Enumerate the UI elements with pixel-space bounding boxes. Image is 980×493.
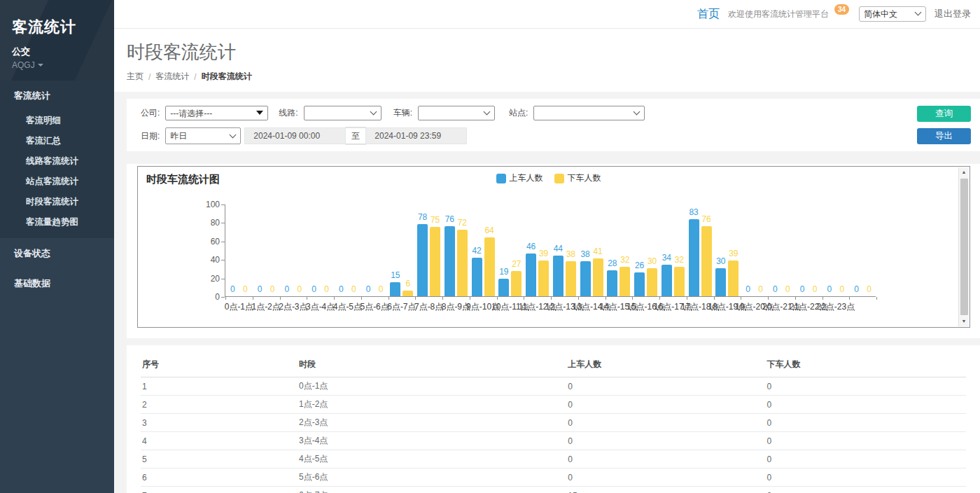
table-cell: 0 — [765, 432, 966, 450]
bar-boarding[interactable] — [417, 224, 428, 296]
chart-panel: 时段车流统计图 上车人数下车人数 020406080100000点-1点001点… — [127, 164, 980, 338]
bar-boarding[interactable] — [526, 254, 536, 296]
sidebar-subitem[interactable]: 时段客流统计 — [0, 192, 114, 212]
x-axis-tick — [606, 297, 606, 300]
table-cell: 6 — [141, 468, 298, 487]
bar-value-label: 76 — [701, 214, 710, 224]
bar-boarding[interactable] — [715, 268, 726, 296]
scrollbar-up-arrow[interactable]: ▲ — [962, 167, 967, 177]
breadcrumb-section[interactable]: 客流统计 — [155, 71, 189, 83]
bar-alighting[interactable] — [728, 261, 738, 296]
language-select[interactable]: 简体中文 — [859, 6, 926, 22]
legend-item[interactable]: 下车人数 — [554, 172, 601, 184]
x-axis-tick — [442, 297, 443, 300]
vehicle-select[interactable] — [418, 106, 495, 120]
bar-value-label: 0 — [339, 284, 344, 294]
table-cell: 0点-1点 — [298, 377, 566, 396]
bar-value-label: 0 — [230, 284, 235, 294]
chart-legend: 上车人数下车人数 — [138, 172, 959, 184]
sidebar-item[interactable]: 设备状态 — [0, 238, 114, 268]
bar-value-label: 0 — [243, 284, 248, 294]
y-axis-tick — [221, 223, 225, 223]
bar-boarding[interactable] — [390, 282, 400, 296]
brand-org: 公交 — [12, 46, 114, 58]
bar-boarding[interactable] — [472, 258, 482, 296]
x-axis-label: 22点-23点 — [817, 301, 855, 313]
bar-alighting[interactable] — [430, 227, 440, 296]
bar-alighting[interactable] — [402, 291, 413, 296]
bar-value-label: 0 — [813, 284, 818, 294]
company-select[interactable]: ---请选择--- — [165, 106, 268, 120]
start-datetime-input[interactable] — [244, 127, 346, 144]
sidebar-subitem[interactable]: 线路客流统计 — [0, 151, 114, 172]
x-axis-tick — [714, 297, 715, 300]
end-datetime-input[interactable] — [365, 127, 467, 144]
bar-alighting[interactable] — [511, 271, 522, 296]
bar-boarding[interactable] — [553, 256, 564, 296]
sidebar-subitem[interactable]: 客流明细 — [0, 111, 114, 131]
bar-value-label: 0 — [827, 284, 832, 294]
bar-alighting[interactable] — [457, 230, 468, 296]
bar-boarding[interactable] — [689, 219, 699, 296]
legend-item[interactable]: 上车人数 — [496, 172, 543, 184]
table-header-cell: 上车人数 — [566, 352, 765, 377]
bar-boarding[interactable] — [634, 272, 645, 296]
bar-boarding[interactable] — [580, 261, 591, 296]
bar-value-label: 0 — [270, 284, 275, 294]
sidebar-item[interactable]: 客流统计 — [0, 81, 114, 111]
sidebar-subitem[interactable]: 客流量趋势图 — [0, 212, 114, 232]
notification-badge[interactable]: 34 — [834, 4, 849, 15]
bar-value-label: 0 — [840, 284, 845, 294]
org-code-dropdown[interactable]: AQGJ — [12, 60, 114, 70]
sidebar-subitem[interactable]: 客流汇总 — [0, 131, 114, 151]
bar-alighting[interactable] — [647, 268, 657, 296]
scrollbar-thumb[interactable] — [960, 179, 968, 315]
scrollbar-down-arrow[interactable]: ▼ — [962, 317, 967, 326]
breadcrumb-separator: / — [194, 72, 196, 82]
x-axis-tick — [253, 297, 253, 300]
bar-boarding[interactable] — [607, 270, 617, 296]
x-axis-label: 2点-3点 — [279, 301, 307, 313]
bar-alighting[interactable] — [674, 267, 685, 296]
x-axis-tick — [388, 297, 389, 300]
bar-alighting[interactable] — [620, 267, 630, 296]
line-select[interactable] — [304, 106, 382, 120]
bar-alighting[interactable] — [593, 258, 603, 296]
bar-alighting[interactable] — [566, 261, 576, 296]
breadcrumb-home[interactable]: 主页 — [127, 71, 144, 83]
bar-value-label: 0 — [258, 284, 262, 294]
station-select[interactable] — [533, 106, 645, 120]
bar-boarding[interactable] — [444, 226, 455, 296]
table-cell: 6 — [765, 487, 966, 493]
legend-label: 下车人数 — [568, 172, 601, 184]
bar-value-label: 28 — [608, 258, 617, 268]
bar-boarding[interactable] — [662, 265, 672, 296]
line-label: 线路: — [279, 107, 298, 119]
home-link[interactable]: 首页 — [697, 7, 720, 22]
bar-boarding[interactable] — [498, 279, 509, 296]
logout-link[interactable]: 退出登录 — [934, 8, 971, 20]
x-axis-tick — [415, 297, 416, 300]
x-axis-tick — [876, 297, 877, 300]
table-cell: 7 — [141, 487, 298, 493]
chart-vertical-scrollbar[interactable]: ▲ ▼ — [958, 167, 969, 326]
y-axis-label: 100 — [192, 200, 220, 209]
y-axis-label: 80 — [192, 218, 220, 228]
table-cell: 0 — [566, 377, 765, 396]
query-button[interactable]: 查询 — [917, 106, 971, 122]
sidebar-item[interactable]: 基础数据 — [0, 268, 114, 298]
welcome-text: 欢迎使用客流统计管理平台 — [728, 8, 829, 20]
x-axis-tick — [795, 297, 796, 300]
bar-alighting[interactable] — [484, 237, 495, 296]
bar-alighting[interactable] — [701, 226, 712, 296]
y-axis-label: 0 — [192, 292, 220, 302]
bar-alighting[interactable] — [538, 261, 549, 296]
breadcrumb-separator: / — [148, 72, 150, 82]
sidebar-section: 客流统计客流明细客流汇总线路客流统计站点客流统计时段客流统计客流量趋势图 — [0, 81, 114, 238]
date-preset-select[interactable]: 昨日 — [165, 127, 241, 144]
vehicle-select-wrap — [418, 106, 495, 120]
table-cell: 1点-2点 — [298, 396, 566, 414]
sidebar-subitem[interactable]: 站点客流统计 — [0, 172, 114, 192]
export-button[interactable]: 导出 — [917, 128, 971, 144]
top-navbar: 首页 欢迎使用客流统计管理平台 34 简体中文 退出登录 — [114, 0, 980, 29]
